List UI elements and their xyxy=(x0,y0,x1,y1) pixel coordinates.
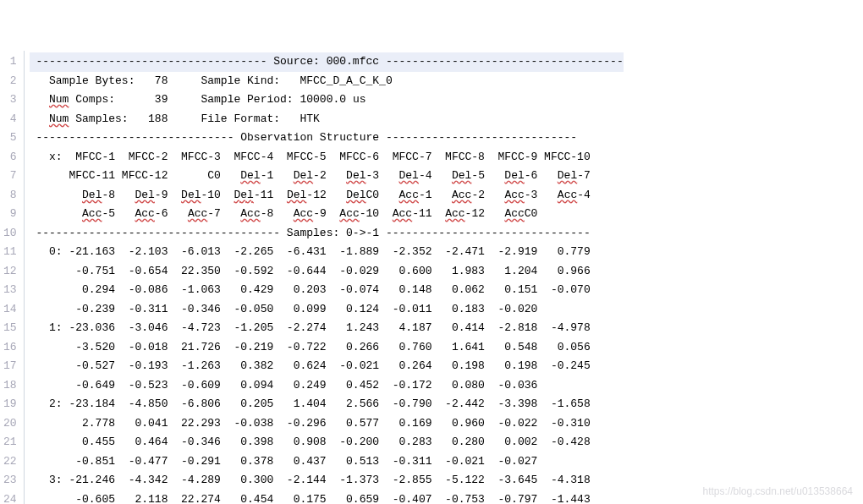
line-number: 13 xyxy=(3,281,17,300)
code-line: -3.520 -0.018 21.726 -0.219 -0.722 0.266… xyxy=(30,338,624,358)
line-number: 5 xyxy=(3,129,17,148)
code-line: MFCC-11 MFCC-12 C0 Del-1 Del-2 Del-3 Del… xyxy=(30,167,624,186)
code-line: 2: -23.184 -4.850 -6.806 0.205 1.404 2.5… xyxy=(30,395,624,414)
code-line: -0.649 -0.523 -0.609 0.094 0.249 0.452 -… xyxy=(30,376,624,396)
line-number: 16 xyxy=(3,338,17,358)
line-number: 2 xyxy=(3,72,17,91)
code-line: 1: -23.036 -3.046 -4.723 -1.205 -2.274 1… xyxy=(30,319,624,338)
code-line: Acc-5 Acc-6 Acc-7 Acc-8 Acc-9 Acc-10 Acc… xyxy=(30,205,624,224)
line-number: 19 xyxy=(3,395,17,414)
code-line: ----------------------------------- Sour… xyxy=(30,52,624,72)
code-line: -0.239 -0.311 -0.346 -0.050 0.099 0.124 … xyxy=(30,300,624,320)
code-line: Num Comps: 39 Sample Period: 10000.0 us xyxy=(30,90,624,110)
code-line: -0.527 -0.193 -1.263 0.382 0.624 -0.021 … xyxy=(30,357,624,376)
line-number: 18 xyxy=(3,376,17,396)
line-number: 10 xyxy=(3,224,17,244)
code-editor: 1234567891011121314151617181920212223242… xyxy=(0,51,863,504)
line-number: 12 xyxy=(3,262,17,282)
line-number: 20 xyxy=(3,414,17,434)
code-line: x: MFCC-1 MFCC-2 MFCC-3 MFCC-4 MFCC-5 MF… xyxy=(30,148,624,167)
line-number: 15 xyxy=(3,319,17,338)
line-number: 6 xyxy=(3,148,17,167)
code-line: 3: -21.246 -4.342 -4.289 0.300 -2.144 -1… xyxy=(30,471,624,490)
code-line: -0.605 2.118 22.274 0.454 0.175 0.659 -0… xyxy=(30,490,624,505)
code-line: 0.455 0.464 -0.346 0.398 0.908 -0.200 0.… xyxy=(30,433,624,452)
code-line: Sample Bytes: 78 Sample Kind: MFCC_D_A_C… xyxy=(30,72,624,91)
code-line: Del-8 Del-9 Del-10 Del-11 Del-12 DelC0 A… xyxy=(30,186,624,205)
line-number: 4 xyxy=(3,110,17,129)
code-line: -0.851 -0.477 -0.291 0.378 0.437 0.513 -… xyxy=(30,452,624,472)
code-content: ----------------------------------- Sour… xyxy=(25,51,624,504)
code-line: Num Samples: 188 File Format: HTK xyxy=(30,110,624,129)
code-line: 0: -21.163 -2.103 -6.013 -2.265 -6.431 -… xyxy=(30,243,624,262)
code-line: ------------------------------------- Sa… xyxy=(30,224,624,244)
line-number: 1 xyxy=(3,52,17,72)
line-number: 22 xyxy=(3,452,17,472)
line-number: 21 xyxy=(3,433,17,452)
line-number: 14 xyxy=(3,300,17,320)
line-number: 11 xyxy=(3,243,17,262)
code-line: ------------------------------ Observati… xyxy=(30,129,624,148)
code-line: 0.294 -0.086 -1.063 0.429 0.203 -0.074 0… xyxy=(30,281,624,300)
line-number: 23 xyxy=(3,471,17,490)
line-number: 3 xyxy=(3,90,17,110)
line-number: 7 xyxy=(3,167,17,186)
line-number: 24 xyxy=(3,490,17,505)
line-number: 17 xyxy=(3,357,17,376)
code-line: -0.751 -0.654 22.350 -0.592 -0.644 -0.02… xyxy=(30,262,624,282)
line-number-gutter: 1234567891011121314151617181920212223242… xyxy=(0,51,25,504)
line-number: 9 xyxy=(3,205,17,224)
line-number: 8 xyxy=(3,186,17,205)
code-line: 2.778 0.041 22.293 -0.038 -0.296 0.577 0… xyxy=(30,414,624,434)
